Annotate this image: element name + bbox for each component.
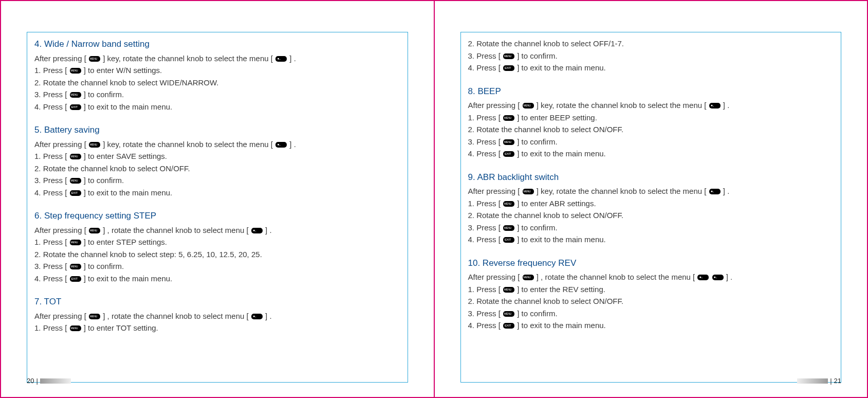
text-line: 1. Press [ ] to enter STEP settings.: [34, 237, 400, 248]
text-line: 3. Press [ ] to confirm.: [468, 136, 834, 148]
key-icon: [89, 56, 100, 62]
text-line: 4. Press [ ] to exit to the main menu.: [34, 187, 400, 199]
key-icon: [89, 142, 100, 148]
text-line: 3. Press [ ] to confirm.: [34, 89, 400, 101]
page-gradient-icon: [40, 378, 71, 384]
section-title: 10. Reverse frequency REV: [468, 257, 834, 270]
key-icon: [70, 154, 81, 159]
text-line: 2. Rotate the channel knob to select ON/…: [468, 210, 834, 222]
text-line: 3. Press [ ] to confirm.: [468, 308, 834, 320]
page-number-value: 20: [27, 377, 34, 385]
key-icon: [503, 225, 514, 231]
text-line: 4. Press [ ] to exit to the main menu.: [468, 320, 834, 332]
text-line: 3. Press [ ] to confirm.: [468, 222, 834, 234]
key-icon: [503, 237, 514, 243]
key-icon: [275, 56, 287, 62]
key-icon: [709, 189, 721, 194]
page-number-left: 20 |: [27, 377, 71, 385]
page-number-bar: |: [36, 377, 38, 385]
text-line: 2. Rotate the channel knob to select ON/…: [468, 296, 834, 307]
text-line: 1. Press [ ] to enter the REV setting.: [468, 284, 834, 296]
key-icon: [70, 178, 81, 184]
text-line: 1. Press [ ] to enter TOT setting.: [34, 322, 400, 334]
left-content: 4. Wide / Narrow band settingAfter press…: [27, 32, 408, 383]
key-icon: [523, 103, 534, 108]
section-title: 9. ABR backlight switch: [468, 171, 834, 184]
page-spread: 4. Wide / Narrow band settingAfter press…: [0, 0, 868, 398]
text-line: 4. Press [ ] to exit to the main menu.: [34, 101, 400, 113]
key-icon: [70, 92, 81, 98]
key-icon: [523, 275, 534, 280]
key-icon: [697, 275, 709, 280]
right-page: 2. Rotate the channel knob to select OFF…: [434, 1, 868, 397]
text-line: After pressing [ ] , rotate the channel …: [468, 272, 834, 283]
text-line: 1. Press [ ] to enter BEEP setting.: [468, 112, 834, 124]
key-icon: [70, 276, 81, 282]
key-icon: [503, 151, 514, 157]
key-icon: [70, 68, 81, 74]
key-icon: [503, 323, 514, 329]
key-icon: [503, 115, 514, 121]
key-icon: [523, 189, 534, 194]
page-gradient-icon: [797, 378, 828, 384]
text-line: After pressing [ ] key, rotate the chann…: [468, 186, 834, 197]
key-icon: [503, 139, 514, 145]
page-number-right: | 21: [797, 377, 841, 385]
key-icon: [503, 287, 514, 293]
text-line: 2. Rotate the channel knob to select OFF…: [468, 38, 834, 50]
text-line: After pressing [ ] key, rotate the chann…: [468, 100, 834, 112]
text-line: 4. Press [ ] to exit to the main menu.: [468, 148, 834, 160]
key-icon: [251, 314, 263, 319]
text-line: 2. Rotate the channel knob to select WID…: [34, 77, 400, 89]
page-number-bar: |: [830, 377, 832, 385]
key-icon: [70, 104, 81, 110]
key-icon: [712, 275, 724, 280]
text-line: 2. Rotate the channel knob to select ste…: [34, 249, 400, 261]
text-line: 2. Rotate the channel knob to select ON/…: [468, 124, 834, 136]
text-line: 3. Press [ ] to confirm.: [34, 261, 400, 273]
text-line: 4. Press [ ] to exit to the main menu.: [468, 234, 834, 246]
section-title: 8. BEEP: [468, 85, 834, 98]
section-title: 6. Step frequency setting STEP: [34, 209, 400, 223]
right-content: 2. Rotate the channel knob to select OFF…: [460, 32, 842, 383]
text-line: 4. Press [ ] to exit to the main menu.: [34, 273, 400, 285]
key-icon: [503, 65, 514, 71]
text-line: 2. Rotate the channel knob to select ON/…: [34, 163, 400, 175]
section-title: 4. Wide / Narrow band setting: [34, 38, 400, 51]
key-icon: [275, 142, 287, 148]
key-icon: [70, 325, 81, 331]
section-title: 7. TOT: [34, 295, 400, 309]
text-line: After pressing [ ] , rotate the channel …: [34, 311, 400, 322]
key-icon: [503, 201, 514, 207]
text-line: 4. Press [ ] to exit to the main menu.: [468, 62, 834, 74]
text-line: After pressing [ ] key, rotate the chann…: [34, 53, 400, 65]
key-icon: [251, 228, 263, 233]
text-line: 1. Press [ ] to enter ABR settings.: [468, 198, 834, 210]
key-icon: [70, 264, 81, 269]
page-number-value: 21: [834, 377, 841, 385]
left-page: 4. Wide / Narrow band settingAfter press…: [1, 1, 434, 397]
key-icon: [709, 103, 721, 108]
section-title: 5. Battery saving: [34, 123, 400, 137]
text-line: After pressing [ ] key, rotate the chann…: [34, 139, 400, 151]
key-icon: [503, 311, 514, 317]
key-icon: [89, 314, 100, 319]
center-fold-line: [434, 0, 435, 398]
key-icon: [70, 240, 81, 245]
text-line: After pressing [ ] , rotate the channel …: [34, 225, 400, 237]
text-line: 3. Press [ ] to confirm.: [34, 175, 400, 187]
text-line: 3. Press [ ] to confirm.: [468, 50, 834, 62]
text-line: 1. Press [ ] to enter W/N settings.: [34, 65, 400, 77]
text-line: 1. Press [ ] to enter SAVE settings.: [34, 151, 400, 162]
key-icon: [89, 228, 100, 233]
key-icon: [503, 53, 514, 59]
key-icon: [70, 190, 81, 196]
